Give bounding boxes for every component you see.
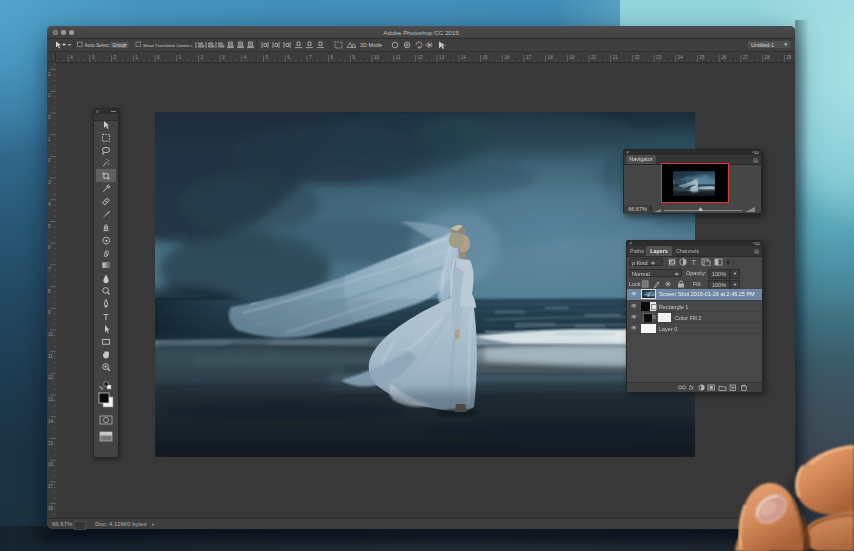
svg-text:Auto-Select:: Auto-Select: <box>85 43 111 48</box>
svg-text:3D Mode: 3D Mode <box>360 42 382 48</box>
svg-text:24: 24 <box>678 55 684 60</box>
svg-text:3: 3 <box>222 55 225 60</box>
svg-text:23: 23 <box>656 55 662 60</box>
svg-text:T: T <box>692 258 697 266</box>
svg-text:3: 3 <box>48 180 51 185</box>
svg-text:4: 4 <box>48 202 51 207</box>
svg-text:6: 6 <box>48 245 51 250</box>
svg-text:16: 16 <box>48 462 54 467</box>
svg-text:1: 1 <box>179 55 182 60</box>
svg-text:25: 25 <box>700 55 706 60</box>
svg-text:7: 7 <box>48 267 51 272</box>
svg-text:18: 18 <box>48 506 54 511</box>
svg-text:10: 10 <box>48 332 54 337</box>
svg-text:29: 29 <box>786 55 792 60</box>
svg-text:0: 0 <box>48 115 51 120</box>
svg-text:fx: fx <box>689 384 695 391</box>
svg-text:2: 2 <box>200 55 203 60</box>
svg-text:4: 4 <box>70 55 73 60</box>
svg-text:T: T <box>103 312 109 322</box>
svg-text:13: 13 <box>439 55 445 60</box>
svg-text:0: 0 <box>157 55 160 60</box>
svg-text:13: 13 <box>48 397 54 402</box>
svg-text:12: 12 <box>417 55 423 60</box>
svg-text:2: 2 <box>48 72 51 77</box>
svg-text:11: 11 <box>396 55 401 60</box>
svg-text:12: 12 <box>48 375 54 380</box>
svg-text:20: 20 <box>591 55 597 60</box>
svg-text:14: 14 <box>48 419 54 424</box>
svg-text:Untitled-1: Untitled-1 <box>751 42 774 48</box>
svg-text:17: 17 <box>48 484 54 489</box>
svg-text:19: 19 <box>569 55 575 60</box>
svg-text:2: 2 <box>48 158 51 163</box>
svg-text:28: 28 <box>765 55 771 60</box>
svg-text:Show Transform Controls: Show Transform Controls <box>143 43 193 48</box>
svg-text:11: 11 <box>48 354 53 359</box>
svg-text:3: 3 <box>92 55 95 60</box>
svg-text:17: 17 <box>526 55 532 60</box>
svg-text:1: 1 <box>48 93 51 98</box>
svg-text:1: 1 <box>48 137 51 142</box>
svg-text:7: 7 <box>309 55 312 60</box>
svg-text:15: 15 <box>483 55 489 60</box>
svg-text:6: 6 <box>287 55 290 60</box>
svg-text:1: 1 <box>135 55 138 60</box>
svg-text:22: 22 <box>634 55 640 60</box>
svg-text:9: 9 <box>352 55 355 60</box>
svg-text:2: 2 <box>114 55 117 60</box>
svg-text:10: 10 <box>374 55 380 60</box>
svg-text:9: 9 <box>48 310 51 315</box>
svg-text:Group: Group <box>113 43 127 48</box>
svg-text:18: 18 <box>548 55 554 60</box>
svg-text:8: 8 <box>48 289 51 294</box>
svg-text:14: 14 <box>461 55 467 60</box>
svg-text:5: 5 <box>266 55 269 60</box>
svg-text:21: 21 <box>613 55 619 60</box>
svg-text:8: 8 <box>331 55 334 60</box>
svg-text:27: 27 <box>743 55 749 60</box>
svg-text:26: 26 <box>721 55 727 60</box>
svg-text:15: 15 <box>48 441 54 446</box>
svg-text:5: 5 <box>48 224 51 229</box>
svg-text:4: 4 <box>244 55 247 60</box>
svg-text:16: 16 <box>504 55 510 60</box>
